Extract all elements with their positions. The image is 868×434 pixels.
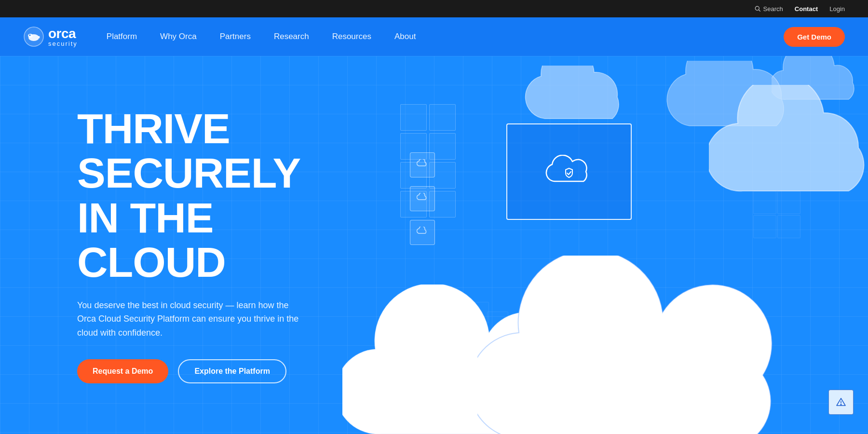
- contact-link[interactable]: Contact: [795, 5, 818, 13]
- cloud-top-left: [521, 66, 637, 128]
- request-demo-button[interactable]: Request a Demo: [77, 359, 168, 383]
- navbar: orca security Platform Why Orca Partners…: [0, 17, 868, 56]
- hero-section: THRIVE SECURELY IN THE CLOUD You deserve…: [0, 56, 868, 434]
- logo-sub: security: [48, 41, 78, 47]
- cloud-far-right: [709, 85, 868, 210]
- hero-content: THRIVE SECURELY IN THE CLOUD You deserve…: [0, 107, 338, 383]
- hero-title-line2: SECURELY: [77, 149, 300, 197]
- cloud-bottom-center: [477, 256, 815, 434]
- logo-name: orca: [48, 27, 78, 41]
- small-cloud-icon-3: [410, 220, 435, 245]
- search-link[interactable]: Search: [755, 5, 783, 13]
- top-bar: Search Contact Login: [0, 0, 868, 17]
- get-demo-button[interactable]: Get Demo: [784, 27, 845, 47]
- small-cloud-icon-2: [410, 186, 435, 211]
- login-label: Login: [829, 5, 845, 13]
- hero-title-line3: IN THE CLOUD: [77, 194, 226, 286]
- explore-platform-button[interactable]: Explore the Platform: [178, 359, 286, 383]
- hero-buttons: Request a Demo Explore the Platform: [77, 359, 338, 383]
- nav-why-orca[interactable]: Why Orca: [160, 32, 197, 41]
- logo-text: orca security: [48, 27, 78, 47]
- small-cloud-icon-1: [410, 152, 435, 177]
- nav-resources[interactable]: Resources: [332, 32, 371, 41]
- cloud-shield-icon: [542, 155, 596, 189]
- login-link[interactable]: Login: [829, 5, 845, 13]
- contact-label: Contact: [795, 5, 818, 13]
- hero-title-line1: THRIVE: [77, 105, 230, 152]
- search-label: Search: [763, 5, 783, 13]
- nav-partners[interactable]: Partners: [220, 32, 251, 41]
- svg-point-5: [29, 35, 31, 36]
- nav-about[interactable]: About: [394, 32, 416, 41]
- warning-icon-3: [828, 390, 854, 415]
- hero-illustration: [362, 56, 868, 434]
- center-cloud-box: [506, 123, 632, 220]
- logo[interactable]: orca security: [23, 26, 78, 47]
- hero-description: You deserve the best in cloud security —…: [77, 298, 309, 340]
- svg-point-11: [841, 404, 841, 405]
- nav-links: Platform Why Orca Partners Research Reso…: [107, 32, 784, 41]
- nav-platform[interactable]: Platform: [107, 32, 137, 41]
- svg-line-1: [759, 10, 760, 11]
- hero-title: THRIVE SECURELY IN THE CLOUD: [77, 107, 338, 285]
- nav-research[interactable]: Research: [274, 32, 309, 41]
